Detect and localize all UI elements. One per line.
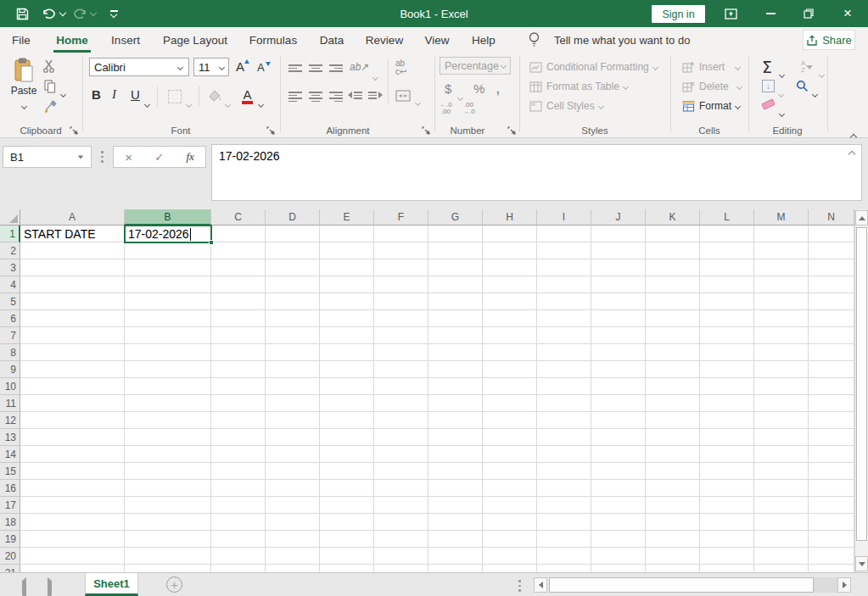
clipboard-dialog-launcher-icon[interactable] [70, 126, 79, 136]
sheet-nav-prev-icon[interactable] [22, 581, 26, 596]
clear-dropdown-icon[interactable] [780, 104, 784, 120]
align-top-icon[interactable] [288, 64, 302, 72]
tab-view[interactable]: View [424, 27, 449, 53]
tell-me-bulb-icon[interactable] [528, 31, 540, 51]
format-cells-button[interactable]: Format [682, 100, 740, 112]
underline-dropdown-icon[interactable] [145, 95, 149, 110]
cut-icon[interactable] [42, 59, 56, 76]
new-sheet-button[interactable]: + [166, 577, 182, 593]
cancel-icon[interactable]: × [125, 150, 132, 164]
scroll-right-button[interactable] [837, 577, 851, 593]
insert-function-icon[interactable]: fx [186, 150, 193, 164]
row-header-10[interactable]: 10 [0, 378, 20, 395]
tab-data[interactable]: Data [320, 27, 344, 53]
share-button[interactable]: Share [803, 30, 855, 50]
copy-icon[interactable] [44, 80, 56, 97]
ribbon-display-options-icon[interactable] [722, 0, 739, 27]
percent-icon[interactable]: % [473, 81, 484, 96]
scroll-down-button[interactable] [855, 556, 868, 571]
row-header-17[interactable]: 17 [0, 497, 20, 514]
format-as-table-button[interactable]: Format as Table [529, 81, 628, 92]
cell-A1[interactable]: START DATE [20, 226, 125, 242]
row-header-21[interactable]: 21 [0, 565, 20, 572]
column-header-B[interactable]: B [125, 209, 211, 226]
comma-icon[interactable]: , [496, 78, 501, 97]
row-header-5[interactable]: 5 [0, 293, 20, 310]
column-header-M[interactable]: M [754, 209, 809, 226]
tab-review[interactable]: Review [366, 27, 403, 53]
name-box[interactable]: B1 [3, 146, 92, 168]
column-header-A[interactable]: A [20, 209, 125, 226]
row-header-15[interactable]: 15 [0, 463, 20, 480]
fill-color-icon[interactable] [208, 90, 223, 107]
autosum-dropdown-icon[interactable] [780, 65, 784, 81]
close-button[interactable]: × [831, 0, 865, 27]
font-size-combobox[interactable]: 11 [193, 58, 229, 76]
sheet-nav-next-icon[interactable] [48, 581, 52, 596]
row-header-3[interactable]: 3 [0, 259, 20, 276]
tell-me-input[interactable]: Tell me what you want to do [554, 27, 690, 53]
orientation-dropdown-icon[interactable] [373, 68, 378, 83]
row-header-14[interactable]: 14 [0, 446, 20, 463]
borders-icon[interactable] [168, 90, 182, 103]
fill-color-dropdown-icon[interactable] [226, 95, 230, 110]
increase-indent-icon[interactable] [368, 92, 383, 99]
column-header-N[interactable]: N [809, 209, 854, 226]
column-header-L[interactable]: L [700, 209, 754, 226]
font-name-combobox[interactable]: Calibri [89, 58, 189, 76]
minimize-button[interactable] [753, 0, 787, 27]
grow-font-button[interactable]: A [236, 59, 244, 74]
delete-cells-button[interactable]: Delete [682, 81, 742, 92]
number-dialog-launcher-icon[interactable] [507, 126, 517, 136]
insert-cells-button[interactable]: Insert [682, 61, 740, 73]
sort-filter-dropdown-icon[interactable] [820, 65, 824, 81]
copy-dropdown-icon[interactable] [61, 85, 65, 100]
row-header-4[interactable]: 4 [0, 276, 20, 293]
column-header-H[interactable]: H [483, 209, 537, 226]
tab-file[interactable]: File [12, 27, 31, 53]
row-header-16[interactable]: 16 [0, 480, 20, 497]
autosum-icon[interactable]: Σ [762, 58, 772, 76]
column-header-K[interactable]: K [646, 209, 700, 226]
sort-filter-icon[interactable]: AZ [801, 60, 813, 74]
fill-handle[interactable] [209, 240, 214, 245]
currency-icon[interactable]: $ [445, 81, 451, 96]
tab-help[interactable]: Help [472, 27, 496, 53]
scroll-left-button[interactable] [534, 577, 547, 593]
name-box-dropdown-icon[interactable] [78, 155, 83, 159]
align-center-icon[interactable] [309, 92, 322, 102]
scroll-up-button[interactable] [855, 210, 868, 226]
font-color-button[interactable]: A [242, 87, 253, 104]
row-header-2[interactable]: 2 [0, 242, 20, 259]
wrap-text-icon[interactable]: abc↩ [395, 59, 406, 76]
row-header-8[interactable]: 8 [0, 344, 20, 361]
column-header-E[interactable]: E [320, 209, 374, 226]
merge-center-dropdown-icon[interactable] [416, 93, 420, 109]
column-header-C[interactable]: C [211, 209, 266, 226]
conditional-formatting-button[interactable]: Conditional Formatting [529, 61, 658, 73]
alignment-dialog-launcher-icon[interactable] [422, 126, 431, 136]
column-header-J[interactable]: J [591, 209, 646, 226]
spreadsheet[interactable]: ABCDEFGHIJKLMN12345678910111213141516171… [0, 209, 854, 572]
row-header-13[interactable]: 13 [0, 429, 20, 446]
find-select-icon[interactable] [796, 80, 809, 96]
borders-dropdown-icon[interactable] [187, 95, 191, 110]
column-header-D[interactable]: D [266, 209, 320, 226]
decrease-indent-icon[interactable] [348, 92, 362, 99]
italic-button[interactable]: I [112, 87, 116, 102]
tab-page-layout[interactable]: Page Layout [163, 27, 227, 53]
tabbar-resize-handle[interactable] [518, 580, 521, 592]
font-dialog-launcher-icon[interactable] [266, 126, 276, 136]
align-left-icon[interactable] [288, 92, 302, 102]
restore-button[interactable] [792, 0, 826, 27]
row-header-11[interactable]: 11 [0, 395, 20, 412]
row-header-20[interactable]: 20 [0, 548, 20, 565]
shrink-font-button[interactable]: A [257, 61, 265, 74]
sign-in-button[interactable]: Sign in [652, 5, 705, 23]
column-header-F[interactable]: F [374, 209, 428, 226]
column-header-I[interactable]: I [537, 209, 591, 226]
tab-formulas[interactable]: Formulas [249, 27, 297, 53]
active-cell-B1[interactable]: 17-02-2026 [124, 225, 212, 243]
find-select-dropdown-icon[interactable] [813, 85, 817, 100]
bold-button[interactable]: B [92, 87, 101, 102]
